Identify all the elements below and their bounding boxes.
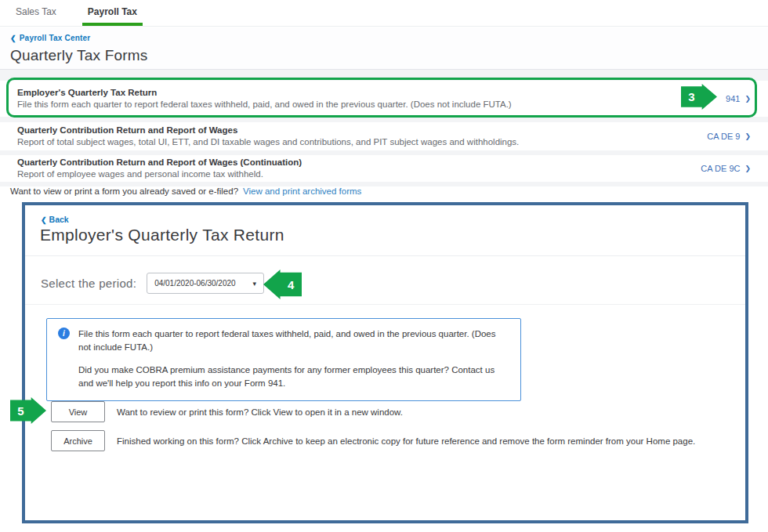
tab-bar: Sales Tax Payroll Tax	[0, 0, 768, 27]
header-divider	[0, 69, 768, 81]
period-label: Select the period:	[41, 277, 136, 290]
breadcrumb[interactable]: ❮Payroll Tax Center	[10, 34, 768, 42]
view-button[interactable]: View	[51, 401, 105, 422]
tab-sales-tax[interactable]: Sales Tax	[10, 0, 62, 26]
form-row-text: Quarterly Contribution Return and Report…	[17, 157, 302, 180]
form-row-description: Report of total subject wages, total UI,…	[17, 136, 519, 148]
form-row-ca-de-9c[interactable]: Quarterly Contribution Return and Report…	[0, 155, 768, 182]
info-icon: i	[58, 328, 70, 339]
form-row-description: File this form each quarter to report fe…	[17, 99, 512, 110]
form-row-title: Employer's Quarterly Tax Return	[17, 87, 512, 99]
form-row-title: Quarterly Contribution Return and Report…	[17, 125, 519, 136]
archive-description: Finished working on this form? Click Arc…	[117, 436, 695, 446]
panel-title: Employer's Quarterly Tax Return	[40, 226, 284, 244]
page-header: ❮Payroll Tax Center Quarterly Tax Forms	[0, 27, 768, 69]
panel-divider	[25, 255, 745, 256]
payroll-tax-page: Sales Tax Payroll Tax ❮Payroll Tax Cente…	[0, 0, 768, 532]
view-description: Want to review or print this form? Click…	[117, 407, 403, 417]
form-link-ca-de-9[interactable]: CA DE 9❯	[707, 132, 751, 141]
period-row: Select the period: 04/01/2020-06/30/2020…	[41, 273, 264, 294]
caret-down-icon: ▾	[253, 280, 257, 288]
form-detail-panel: ❮Back Employer's Quarterly Tax Return Se…	[22, 202, 748, 523]
period-dropdown[interactable]: 04/01/2020-06/30/2020 ▾	[147, 273, 264, 294]
form-row-941[interactable]: Employer's Quarterly Tax Return File thi…	[0, 81, 768, 117]
form-row-text: Employer's Quarterly Tax Return File thi…	[17, 87, 512, 110]
chevron-left-icon: ❮	[10, 34, 16, 42]
archived-forms-link[interactable]: View and print archived forms	[243, 186, 361, 196]
tab-payroll-tax[interactable]: Payroll Tax	[82, 0, 143, 26]
archive-button[interactable]: Archive	[51, 430, 105, 451]
form-row-text: Quarterly Contribution Return and Report…	[17, 125, 519, 148]
breadcrumb-label: Payroll Tax Center	[20, 34, 91, 42]
form-row-description: Report of employee wages and personal in…	[17, 168, 302, 180]
chevron-right-icon: ❯	[744, 165, 751, 172]
chevron-right-icon: ❯	[744, 95, 751, 103]
form-link-label: CA DE 9C	[701, 164, 740, 173]
info-paragraph-1: File this form each quarter to report fe…	[78, 328, 506, 355]
chevron-left-icon: ❮	[41, 216, 47, 224]
archived-forms-line: Want to view or print a form you already…	[10, 186, 361, 196]
period-value: 04/01/2020-06/30/2020	[154, 279, 235, 288]
form-link-label: CA DE 9	[707, 132, 740, 141]
archived-forms-question: Want to view or print a form you already…	[10, 186, 238, 196]
form-link-label: 941	[726, 94, 740, 103]
form-link-ca-de-9c[interactable]: CA DE 9C❯	[701, 164, 751, 173]
form-link-941[interactable]: 941❯	[726, 94, 751, 103]
archive-action-row: Archive Finished working on this form? C…	[51, 430, 733, 451]
back-link[interactable]: ❮Back	[41, 215, 69, 224]
info-paragraph-2: Did you make COBRA premium assistance pa…	[78, 364, 506, 391]
page-title: Quarterly Tax Forms	[10, 47, 768, 64]
view-action-row: View Want to review or print this form? …	[51, 401, 733, 422]
info-box: i File this form each quarter to report …	[46, 318, 521, 401]
form-row-title: Quarterly Contribution Return and Report…	[17, 157, 302, 168]
row-gap	[0, 117, 768, 122]
form-row-ca-de-9[interactable]: Quarterly Contribution Return and Report…	[0, 122, 768, 150]
chevron-right-icon: ❯	[744, 132, 751, 140]
panel-divider	[25, 304, 745, 305]
back-label: Back	[49, 215, 69, 224]
